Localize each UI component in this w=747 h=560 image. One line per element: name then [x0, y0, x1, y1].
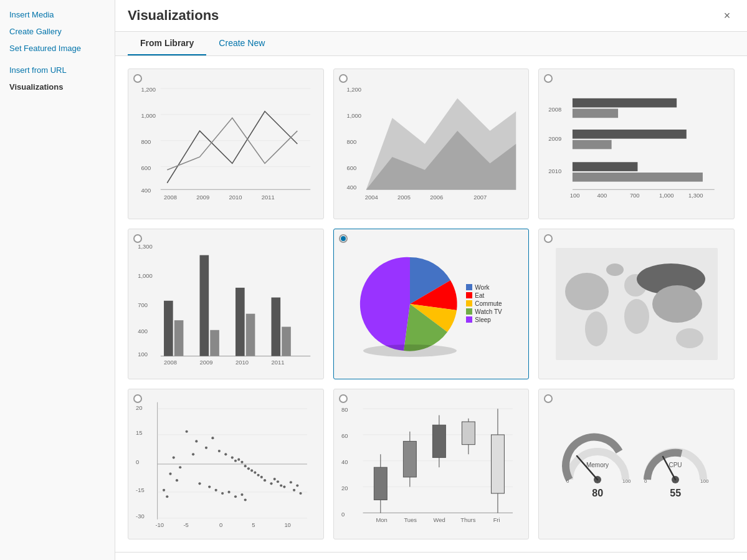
- sidebar-item-create-gallery[interactable]: Create Gallery: [0, 23, 115, 40]
- svg-text:1,000: 1,000: [659, 192, 674, 199]
- map-chart-area: [545, 235, 728, 373]
- card-scatter-chart[interactable]: 20 15 0 -15 -30 -10: [128, 389, 324, 539]
- svg-text:-15: -15: [136, 486, 145, 493]
- svg-point-69: [606, 263, 624, 276]
- svg-text:Tues: Tues: [404, 516, 417, 523]
- svg-point-101: [257, 474, 259, 477]
- svg-text:2009: 2009: [196, 194, 209, 201]
- svg-point-124: [293, 489, 295, 491]
- svg-text:800: 800: [346, 138, 356, 145]
- svg-text:400: 400: [141, 187, 151, 194]
- svg-text:400: 400: [597, 192, 607, 199]
- card-line-chart[interactable]: 1,200 1,000 800 600 400: [128, 69, 324, 219]
- svg-text:Wed: Wed: [433, 516, 445, 523]
- svg-point-125: [296, 484, 298, 486]
- modal-footer: Next: [115, 552, 747, 560]
- legend-sleep: Sleep: [466, 316, 502, 323]
- visualization-grid: 1,200 1,000 800 600 400: [115, 56, 747, 552]
- svg-text:100: 100: [700, 478, 709, 484]
- sidebar-item-insert-from-url[interactable]: Insert from URL: [0, 62, 115, 78]
- svg-text:80: 80: [341, 406, 348, 413]
- svg-point-103: [264, 479, 266, 482]
- svg-rect-53: [246, 314, 255, 356]
- svg-text:2008: 2008: [164, 359, 177, 366]
- svg-point-60: [363, 344, 457, 357]
- tab-from-library[interactable]: From Library: [128, 32, 206, 55]
- svg-text:5: 5: [252, 521, 255, 528]
- svg-point-63: [585, 311, 607, 346]
- tab-create-new[interactable]: Create New: [206, 32, 277, 55]
- svg-point-104: [270, 482, 272, 485]
- sidebar-item-visualizations: Visualizations: [0, 78, 115, 95]
- svg-rect-48: [164, 301, 173, 356]
- scatter-chart-area: 20 15 0 -15 -30 -10: [135, 396, 317, 533]
- svg-point-110: [215, 489, 217, 491]
- svg-text:2008: 2008: [549, 106, 562, 113]
- svg-text:2010: 2010: [549, 168, 562, 174]
- svg-text:2010: 2010: [236, 359, 249, 366]
- sidebar-item-set-featured-image[interactable]: Set Featured Image: [0, 40, 115, 57]
- svg-rect-54: [271, 298, 280, 356]
- svg-text:100: 100: [622, 478, 631, 484]
- svg-text:2011: 2011: [262, 194, 275, 201]
- svg-text:CPU: CPU: [669, 462, 682, 468]
- svg-text:1,300: 1,300: [138, 243, 153, 250]
- sidebar: Insert Media Create Gallery Set Featured…: [0, 0, 115, 560]
- svg-point-105: [274, 478, 276, 480]
- svg-text:1,300: 1,300: [688, 192, 703, 199]
- memory-gauge: 0 100 Memory 80: [563, 430, 632, 499]
- svg-text:1,000: 1,000: [141, 112, 156, 119]
- svg-rect-34: [573, 162, 638, 171]
- svg-point-123: [290, 481, 292, 483]
- svg-rect-30: [573, 98, 677, 108]
- tab-bar: From Library Create New: [115, 32, 747, 56]
- svg-text:800: 800: [141, 138, 151, 145]
- sidebar-item-insert-media[interactable]: Insert Media: [0, 6, 115, 23]
- svg-rect-52: [236, 288, 245, 356]
- svg-point-102: [260, 476, 263, 478]
- svg-point-68: [676, 328, 703, 348]
- svg-text:-10: -10: [155, 521, 164, 528]
- svg-text:600: 600: [141, 164, 151, 171]
- svg-text:20: 20: [136, 404, 142, 411]
- svg-point-92: [224, 453, 227, 455]
- svg-text:2010: 2010: [229, 194, 242, 201]
- svg-point-97: [244, 465, 247, 467]
- svg-point-111: [221, 492, 224, 495]
- svg-point-98: [247, 467, 250, 470]
- svg-text:2008: 2008: [164, 194, 177, 201]
- svg-point-95: [237, 458, 240, 461]
- card-map-chart[interactable]: [538, 229, 735, 379]
- svg-point-109: [208, 485, 211, 488]
- svg-point-112: [227, 491, 230, 493]
- svg-point-91: [218, 450, 221, 452]
- svg-rect-31: [573, 109, 618, 118]
- memory-value: 80: [563, 488, 632, 499]
- svg-point-86: [186, 430, 188, 433]
- svg-text:-30: -30: [136, 513, 145, 520]
- modal-title: Visualizations: [128, 7, 219, 24]
- svg-text:400: 400: [346, 184, 356, 191]
- svg-text:1,200: 1,200: [346, 86, 361, 93]
- svg-point-89: [192, 453, 194, 455]
- svg-text:Fri: Fri: [493, 516, 500, 523]
- card-hbar-chart[interactable]: 2008 2009 2010: [538, 69, 735, 219]
- card-candlestick-chart[interactable]: 80 60 40 20 0: [333, 389, 530, 539]
- svg-rect-143: [432, 425, 445, 457]
- svg-point-67: [652, 285, 702, 323]
- svg-text:-5: -5: [183, 521, 188, 528]
- card-vbar-chart[interactable]: 1,300 1,000 700 400 100: [128, 229, 324, 379]
- svg-point-99: [250, 469, 253, 472]
- svg-text:0: 0: [341, 511, 345, 518]
- card-area-chart[interactable]: 1,200 1,000 800 600 400 2004 2005 2006: [333, 69, 530, 219]
- legend-commute: Commute: [466, 300, 502, 307]
- close-button[interactable]: ×: [720, 8, 735, 23]
- card-gauge-chart[interactable]: 0 100 Memory 80: [538, 389, 735, 539]
- legend-watchtv: Watch TV: [466, 308, 502, 315]
- svg-text:15: 15: [136, 429, 142, 436]
- svg-text:2009: 2009: [549, 135, 562, 142]
- svg-point-113: [234, 495, 237, 498]
- card-pie-chart[interactable]: Work Eat Commute Watch TV: [333, 229, 530, 379]
- svg-point-107: [280, 484, 282, 486]
- cpu-gauge: 0 100 CPU 55: [641, 430, 710, 499]
